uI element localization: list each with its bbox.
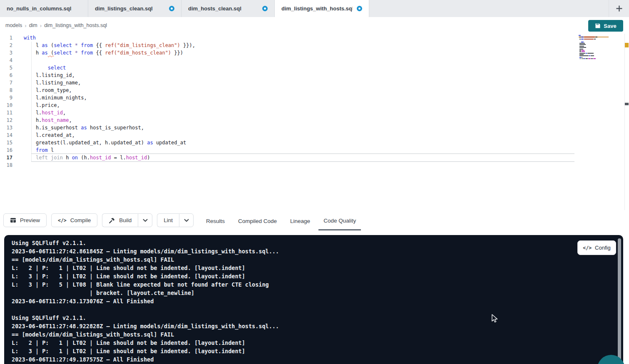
breadcrumb-separator-icon: › xyxy=(25,22,26,29)
line-number: 4 xyxy=(0,57,12,64)
panel-tab-lineage[interactable]: Lineage xyxy=(285,212,315,230)
line-number: 1 xyxy=(0,34,12,42)
terminal-line: == [models/dim/dim_listings_with_hosts.s… xyxy=(12,255,279,264)
minimap-segment xyxy=(579,49,583,50)
code-line: 10 l.price, xyxy=(0,102,629,109)
terminal-line: L: 2 | P: 1 | LT02 | Line should not be … xyxy=(12,264,279,272)
line-number: 5 xyxy=(0,64,12,72)
code-text: l.listing_name, xyxy=(24,79,81,87)
minimap-segment xyxy=(593,58,596,59)
line-number: 11 xyxy=(0,109,12,116)
minimap-segment xyxy=(582,51,585,52)
terminal-line: L: 3 | P: 5 | LT08 | Blank line expected… xyxy=(12,280,279,289)
tab-bar: no_nulls_in_columns.sqldim_listings_clea… xyxy=(0,0,629,17)
code-line: 2 l as (select * from {{ ref("dim_listin… xyxy=(0,42,629,49)
lint-dropdown-button[interactable] xyxy=(179,213,194,227)
minimap-segment xyxy=(579,39,581,40)
minimap-segment xyxy=(579,46,584,47)
preview-button[interactable]: Preview xyxy=(3,213,47,227)
minimap-segment xyxy=(579,35,581,36)
line-number: 6 xyxy=(0,72,12,79)
config-button[interactable]: </> Config xyxy=(577,240,616,255)
minimap-segment xyxy=(594,39,596,40)
compile-button[interactable]: </> Compile xyxy=(51,213,97,227)
terminal-line: L: 3 | P: 1 | LT02 | Line should not be … xyxy=(12,347,279,355)
code-line: 13 h.is_superhost as host_is_superhost, xyxy=(0,124,629,131)
build-dropdown-button[interactable] xyxy=(138,213,152,227)
line-number: 12 xyxy=(0,116,12,124)
minimap-row xyxy=(579,40,609,41)
table-icon xyxy=(10,217,16,223)
code-line: 3 h as (select * from {{ ref("dim_hosts_… xyxy=(0,49,629,57)
panel-tab-code-quality[interactable]: Code Quality xyxy=(318,212,361,230)
code-line: 15 greatest(l.updated_at, h.updated_at) … xyxy=(0,139,629,146)
minimap-segment xyxy=(586,53,587,54)
editor-tab[interactable]: no_nulls_in_columns.sql xyxy=(0,0,88,17)
save-floppy-icon xyxy=(595,23,601,29)
terminal-scrollbar[interactable] xyxy=(618,238,621,363)
minimap-row xyxy=(579,55,609,56)
minimap-row xyxy=(579,49,609,50)
minimap-segment xyxy=(589,55,590,56)
editor-tab[interactable]: dim_hosts_clean.sql xyxy=(181,0,275,17)
terminal-panel[interactable]: Using SQLFluff v2.1.1.2023-06-06T11:27:4… xyxy=(4,235,623,364)
breadcrumb-item[interactable]: models xyxy=(5,22,22,28)
code-text: l.host_id, xyxy=(24,109,66,116)
minimap-segment xyxy=(581,42,584,42)
minimap-segment xyxy=(581,39,584,40)
build-label: Build xyxy=(119,217,132,223)
build-button[interactable]: Build xyxy=(102,213,138,227)
terminal-line: | bracket. [layout.cte_newline] xyxy=(12,289,279,297)
line-number: 3 xyxy=(0,49,12,57)
terminal-line: Using SQLFluff v2.1.1. xyxy=(12,239,279,247)
editor-tab[interactable]: dim_listings_with_hosts.sql xyxy=(275,0,369,17)
minimap-segment xyxy=(595,37,597,37)
save-button[interactable]: Save xyxy=(588,20,623,32)
minimap-row xyxy=(579,50,609,51)
minimap[interactable] xyxy=(579,35,609,60)
breadcrumb-item[interactable]: dim xyxy=(29,22,37,28)
minimap-segment xyxy=(587,53,594,54)
minimap-row xyxy=(579,53,609,54)
minimap-row xyxy=(579,58,609,59)
code-editor[interactable]: 1with2 l as (select * from {{ ref("dim_l… xyxy=(0,34,629,210)
minimap-row xyxy=(579,44,609,45)
line-number: 16 xyxy=(0,146,12,154)
minimap-segment xyxy=(579,47,586,48)
line-number: 15 xyxy=(0,139,12,146)
terminal-line: Using SQLFluff v2.1.1. xyxy=(12,314,279,322)
scrollbar-thumb[interactable] xyxy=(625,103,629,105)
terminal-line: 2023-06-06T11:27:48.922828Z — Linting mo… xyxy=(12,322,279,330)
tab-label: dim_listings_clean.sql xyxy=(95,5,153,12)
line-number: 10 xyxy=(0,102,12,109)
code-line: 6 l.listing_id, xyxy=(0,72,629,79)
code-text: with xyxy=(24,34,36,42)
code-text: l.created_at, xyxy=(24,131,75,139)
new-tab-button[interactable] xyxy=(609,0,629,17)
minimap-segment xyxy=(582,57,582,58)
chevron-down-icon xyxy=(143,219,148,222)
breadcrumb-item[interactable]: dim_listings_with_hosts.sql xyxy=(44,22,107,28)
chevron-down-icon xyxy=(184,219,189,222)
minimap-row xyxy=(579,35,609,36)
code-icon: </> xyxy=(58,218,67,223)
code-text: from l xyxy=(24,146,54,154)
compile-label: Compile xyxy=(70,217,91,223)
editor-tab[interactable]: dim_listings_clean.sql xyxy=(88,0,181,17)
minimap-segment xyxy=(591,55,594,56)
editor-scrollbar[interactable] xyxy=(624,34,629,210)
code-line: 14 l.created_at, xyxy=(0,131,629,139)
lint-button[interactable]: Lint xyxy=(157,213,179,227)
code-text: h.is_superhost as host_is_superhost, xyxy=(24,124,144,131)
minimap-segment xyxy=(579,53,585,54)
terminal-line: 2023-06-06T11:27:49.187575Z — All Finish… xyxy=(12,355,279,364)
panel-tab-results[interactable]: Results xyxy=(201,212,230,230)
minimap-row xyxy=(579,43,609,44)
minimap-row xyxy=(579,54,609,55)
panel-tab-compiled-code[interactable]: Compiled Code xyxy=(233,212,282,230)
code-text: l.listing_id, xyxy=(24,72,75,79)
minimap-segment xyxy=(579,50,581,51)
code-text: l as (select * from {{ ref("dim_listings… xyxy=(24,42,195,49)
terminal-line xyxy=(12,305,279,314)
minimap-segment xyxy=(579,58,582,59)
